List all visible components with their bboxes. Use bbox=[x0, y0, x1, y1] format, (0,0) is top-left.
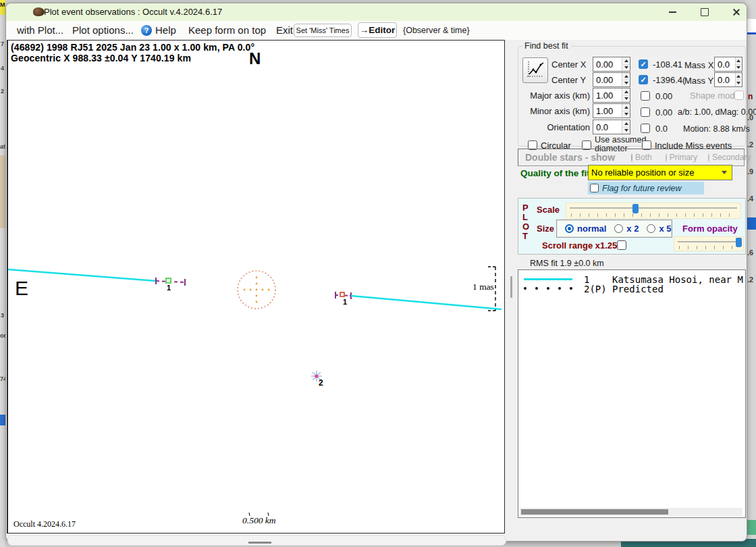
center-y-spin-buttons[interactable] bbox=[622, 73, 630, 86]
plot-hscroll-thumb[interactable] bbox=[248, 542, 271, 544]
spin-up-icon bbox=[624, 106, 628, 109]
scale-slider[interactable] bbox=[566, 203, 741, 219]
orientation-spinner[interactable] bbox=[593, 120, 630, 134]
legend-row-label: Predicted bbox=[612, 284, 664, 294]
center-y-input[interactable] bbox=[593, 73, 622, 86]
double-stars-primary-radio[interactable] bbox=[666, 153, 667, 162]
form-opacity-ticks bbox=[679, 246, 738, 249]
close-button[interactable] bbox=[722, 3, 750, 21]
mass-y-spin-buttons[interactable] bbox=[735, 73, 742, 86]
editor-button[interactable]: →Editor bbox=[358, 22, 397, 38]
mass-y-input[interactable] bbox=[715, 73, 735, 86]
orientation-label: Orientation bbox=[527, 122, 590, 132]
maximize-button[interactable] bbox=[691, 3, 719, 21]
plot-horizontal-scrollbar[interactable] bbox=[7, 535, 506, 546]
center-x-spinner[interactable] bbox=[593, 57, 630, 72]
major-axis-spinner[interactable] bbox=[593, 88, 630, 103]
bg-fragment: 74 bbox=[0, 375, 5, 382]
fit-y-checkbox[interactable] bbox=[639, 75, 648, 84]
double-stars-secondary-radio[interactable] bbox=[708, 153, 709, 162]
flag-review-checkbox[interactable] bbox=[590, 184, 599, 192]
menu-help[interactable]: Help bbox=[155, 24, 176, 36]
bg-fragment: .2 bbox=[747, 140, 753, 149]
fit-y-value: -1396.4( bbox=[653, 75, 685, 85]
fit-x-checkbox[interactable] bbox=[639, 59, 648, 69]
major-axis-fit-checkbox[interactable] bbox=[641, 91, 650, 101]
bg-fragment: or bbox=[0, 332, 5, 339]
double-stars-secondary-label: Secondary bbox=[712, 153, 751, 162]
plot-vertical-scrollbar[interactable] bbox=[510, 276, 512, 298]
scroll-range-checkbox[interactable] bbox=[617, 240, 626, 250]
minor-axis-spinner[interactable] bbox=[593, 103, 630, 118]
size-x2-label: x 2 bbox=[626, 224, 639, 234]
orientation-fit-checkbox[interactable] bbox=[641, 124, 650, 133]
km-scale-label: 0.500 km bbox=[242, 515, 276, 526]
help-icon[interactable]: ? bbox=[141, 25, 152, 36]
menu-with-plot[interactable]: with Plot... bbox=[17, 24, 63, 36]
form-opacity-label: Form opacity bbox=[682, 224, 738, 234]
major-axis-input[interactable] bbox=[593, 88, 622, 102]
spin-up-icon bbox=[736, 75, 740, 78]
form-opacity-slider[interactable] bbox=[674, 236, 744, 251]
double-stars-group: Double stars - show Both Primary Seconda… bbox=[518, 149, 745, 166]
orientation-input[interactable] bbox=[593, 120, 622, 134]
center-x-input[interactable] bbox=[593, 57, 622, 71]
major-axis-spin-buttons[interactable] bbox=[622, 88, 630, 102]
plot-canvas[interactable]: (46892) 1998 RJ51 2025 Jan 23 1.00 x 1.0… bbox=[7, 40, 505, 533]
scale-label: Scale bbox=[537, 205, 560, 215]
mass-y-spinner[interactable] bbox=[714, 72, 742, 87]
app-window: Plot event observations : Occult v.4.202… bbox=[5, 3, 747, 542]
spin-up-icon bbox=[624, 90, 628, 93]
observations-listbox[interactable]: 1 Katsumasa Hosoi, near M 2(P) Predicted bbox=[518, 269, 746, 518]
size-normal-radio[interactable] bbox=[565, 224, 574, 233]
set-miss-times-button[interactable]: Set 'Miss' Times bbox=[294, 24, 352, 37]
legend-row[interactable]: 2(P) Predicted bbox=[518, 284, 744, 294]
ab-dmag-label: a/b: 1.00, dMag: 0.00 bbox=[678, 107, 756, 117]
menu-keep-on-top[interactable]: Keep form on top bbox=[188, 24, 266, 36]
size-x5-radio[interactable] bbox=[647, 224, 655, 233]
menu-plot-options[interactable]: Plot options... bbox=[72, 24, 134, 36]
center-x-label: Center X bbox=[551, 59, 586, 70]
double-stars-label: Double stars - show bbox=[525, 152, 615, 163]
minor-axis-spin-buttons[interactable] bbox=[622, 104, 630, 118]
minor-axis-input[interactable] bbox=[593, 104, 622, 118]
size-x2-radio[interactable] bbox=[614, 224, 623, 233]
mass-x-spin-buttons[interactable] bbox=[735, 57, 742, 71]
flag-review-label: Flag for future review bbox=[602, 184, 681, 193]
quality-select[interactable]: No reliable position or size bbox=[588, 165, 732, 180]
chord1-number: 1 bbox=[167, 284, 171, 292]
minor-axis-label: Minor axis (km) bbox=[527, 106, 590, 116]
double-stars-both-label: Both bbox=[635, 153, 652, 162]
form-opacity-groove bbox=[678, 241, 740, 242]
spin-down-icon bbox=[624, 82, 628, 84]
scale-slider-thumb[interactable] bbox=[632, 204, 639, 213]
window-title: Plot event observations : Occult v.4.202… bbox=[44, 7, 222, 17]
scale-slider-ticks bbox=[571, 213, 736, 217]
minimize-icon bbox=[669, 11, 676, 13]
mass-x-spinner[interactable] bbox=[714, 57, 742, 72]
menu-exit[interactable]: Exit bbox=[276, 24, 293, 36]
star-number: 2 bbox=[319, 378, 323, 388]
chart-icon bbox=[525, 59, 545, 80]
spin-down-icon bbox=[624, 66, 628, 69]
fit-plot-button[interactable] bbox=[522, 57, 548, 83]
minimize-button[interactable] bbox=[658, 3, 686, 21]
minor-axis-fit-value: 0.00 bbox=[655, 107, 672, 118]
quality-label: Quality of the fit bbox=[520, 168, 590, 178]
mass-x-input[interactable] bbox=[715, 57, 735, 71]
double-stars-both-radio[interactable] bbox=[631, 153, 632, 162]
bg-fragment: .4 bbox=[747, 194, 753, 203]
center-y-spinner[interactable] bbox=[593, 72, 630, 87]
listbox-hscroll-thumb[interactable] bbox=[521, 509, 668, 515]
listbox-horizontal-scrollbar[interactable] bbox=[520, 508, 742, 516]
shape-model-checkbox[interactable] bbox=[734, 90, 744, 100]
bg-fragment: MS bbox=[0, 1, 5, 8]
spin-down-icon bbox=[624, 97, 628, 100]
minor-axis-fit-checkbox[interactable] bbox=[641, 107, 650, 117]
spin-up-icon bbox=[624, 75, 628, 78]
plot-graphics bbox=[8, 41, 504, 531]
plot-vertical-letter: L bbox=[522, 212, 528, 222]
orientation-spin-buttons[interactable] bbox=[622, 120, 630, 134]
center-x-spin-buttons[interactable] bbox=[622, 57, 630, 71]
observed-line-swatch bbox=[524, 278, 572, 280]
